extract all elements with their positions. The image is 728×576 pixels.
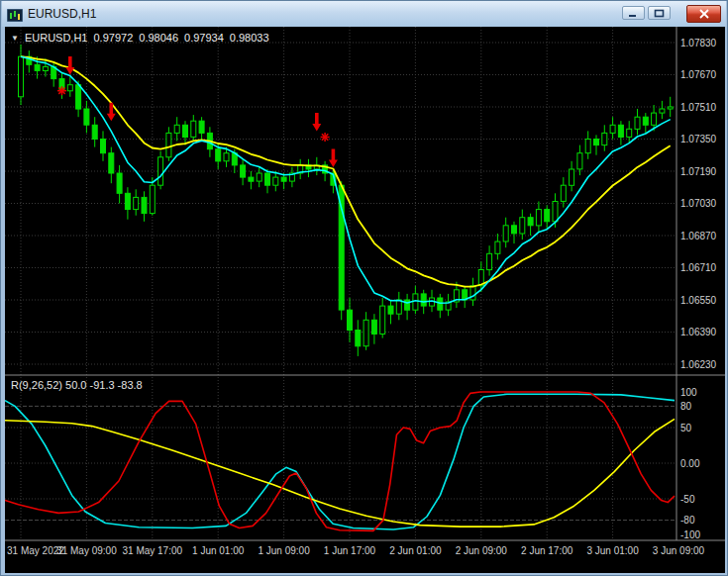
svg-text:80: 80 (680, 401, 692, 412)
price-chart[interactable]: 1.078301.076701.075101.073501.071901.070… (5, 27, 725, 573)
svg-text:2 Jun 01:00: 2 Jun 01:00 (389, 545, 442, 556)
title-bar[interactable]: EURUSD,H1 (2, 1, 726, 27)
svg-text:1.07670: 1.07670 (680, 69, 717, 80)
time-axis-labels: 31 May 202231 May 09:0031 May 17:001 Jun… (7, 545, 705, 556)
svg-text:-80: -80 (680, 515, 695, 526)
svg-text:1 Jun 09:00: 1 Jun 09:00 (258, 545, 310, 556)
svg-text:2 Jun 09:00: 2 Jun 09:00 (456, 545, 508, 556)
ohlc-close: 0.98033 (230, 32, 269, 44)
svg-text:1.06230: 1.06230 (680, 359, 717, 370)
ohlc-open: 0.97972 (94, 32, 134, 44)
svg-text:1.06390: 1.06390 (680, 327, 717, 337)
chart-area: 1.078301.076701.075101.073501.071901.070… (5, 27, 725, 573)
ohlc-high: 0.98046 (139, 32, 178, 44)
svg-text:2 Jun 17:00: 2 Jun 17:00 (521, 545, 573, 556)
svg-text:3 Jun 01:00: 3 Jun 01:00 (586, 545, 639, 556)
svg-text:1.06550: 1.06550 (680, 295, 717, 306)
indicator-label: R(9,26,52) 50.0 -91.3 -83.8 (11, 379, 143, 391)
symbol-dropdown-icon[interactable]: ▼ (11, 34, 19, 43)
svg-text:1.07510: 1.07510 (680, 102, 717, 113)
chart-window: EURUSD,H1 1.078301.076701.075101.073501.… (0, 0, 728, 576)
svg-text:100: 100 (680, 387, 697, 398)
window-controls (619, 6, 721, 23)
svg-text:3 Jun 09:00: 3 Jun 09:00 (653, 545, 705, 556)
window-icon (7, 8, 23, 21)
minimize-button[interactable] (622, 6, 645, 20)
svg-text:-50: -50 (680, 494, 695, 505)
svg-text:31 May 09:00: 31 May 09:00 (56, 545, 117, 556)
svg-text:1.06710: 1.06710 (680, 262, 717, 273)
svg-text:1 Jun 01:00: 1 Jun 01:00 (192, 545, 245, 556)
window-title: EURUSD,H1 (28, 7, 96, 21)
svg-text:1.07190: 1.07190 (680, 166, 717, 177)
svg-text:1.06870: 1.06870 (680, 231, 717, 241)
svg-text:31 May 17:00: 31 May 17:00 (122, 545, 182, 556)
svg-text:1 Jun 17:00: 1 Jun 17:00 (324, 545, 376, 556)
svg-text:1.07350: 1.07350 (680, 134, 717, 144)
chart-symbol: EURUSD,H1 (25, 32, 88, 44)
svg-text:1.07830: 1.07830 (680, 38, 717, 48)
svg-text:0.00: 0.00 (680, 458, 700, 469)
maximize-button[interactable] (648, 6, 671, 20)
ohlc-low: 0.97934 (184, 32, 224, 44)
svg-text:50: 50 (680, 423, 692, 433)
svg-text:-100: -100 (680, 529, 700, 540)
svg-text:1.07030: 1.07030 (680, 198, 717, 209)
chart-info-line[interactable]: ▼ EURUSD,H1 0.97972 0.98046 0.97934 0.98… (11, 32, 269, 44)
close-button[interactable] (686, 5, 721, 23)
